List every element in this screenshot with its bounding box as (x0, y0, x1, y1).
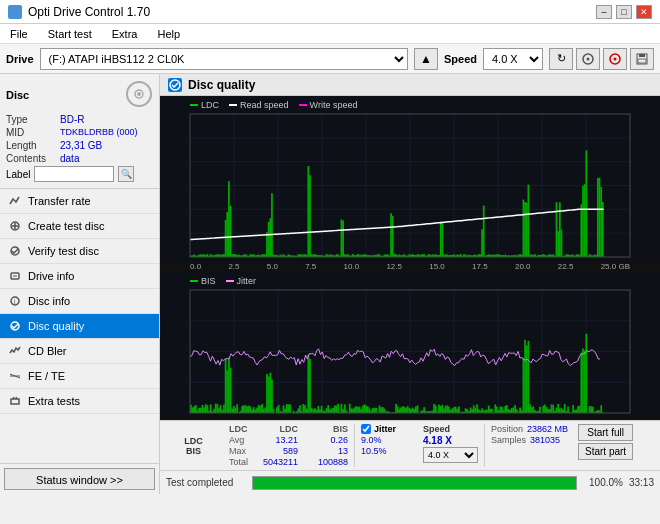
bis-total-val: 100888 (300, 457, 348, 467)
sidebar-item-create-test-disc[interactable]: Create test disc (0, 214, 159, 239)
legend-jitter: Jitter (226, 276, 257, 286)
menu-file[interactable]: File (6, 28, 32, 40)
content-area: Disc quality LDC Read speed (160, 74, 660, 494)
top-chart-legend: LDC Read speed Write speed (190, 100, 357, 110)
sidebar-item-fe-te[interactable]: FE / TE (0, 364, 159, 389)
drive-bar: Drive (F:) ATAPI iHBS112 2 CL0K ▲ Speed … (0, 44, 660, 74)
nav-label-fe-te: FE / TE (28, 370, 65, 382)
sidebar-item-disc-quality[interactable]: Disc quality (0, 314, 159, 339)
svg-rect-21 (11, 399, 19, 404)
disc-info-icon: i (8, 294, 22, 308)
disc-label-label: Label (6, 169, 30, 180)
svg-rect-6 (638, 59, 646, 63)
bis-legend-dot (190, 280, 198, 282)
disc-length-value: 23,31 GB (60, 140, 102, 151)
disc-type-field: Type BD-R (6, 114, 153, 125)
progress-percent: 100.0% (583, 477, 623, 488)
svg-point-1 (587, 57, 590, 60)
bottom-chart-legend: BIS Jitter (190, 276, 256, 286)
drive-label: Drive (6, 53, 34, 65)
menu-bar: File Start test Extra Help (0, 24, 660, 44)
refresh-icon-btn[interactable]: ↻ (549, 48, 573, 70)
charts-area: LDC Read speed Write speed 600 500 (160, 96, 660, 420)
bottom-chart-x-axis: 0.0 2.5 5.0 7.5 10.0 12.5 15.0 17.5 20.0… (160, 417, 660, 420)
menu-extra[interactable]: Extra (108, 28, 142, 40)
legend-read-speed: Read speed (229, 100, 289, 110)
top-chart-x-axis: 0.0 2.5 5.0 7.5 10.0 12.5 15.0 17.5 20.0… (160, 261, 660, 272)
status-section: Status window >> (0, 463, 159, 494)
bis-avg-val: 0.26 (300, 435, 348, 445)
bottom-chart: BIS Jitter 20 15 10 5 0 (160, 272, 660, 417)
menu-start-test[interactable]: Start test (44, 28, 96, 40)
disc-icon-btn[interactable] (576, 48, 600, 70)
legend-write-speed: Write speed (299, 100, 358, 110)
menu-help[interactable]: Help (153, 28, 184, 40)
jitter-max-val: 10.5% (361, 446, 421, 456)
nav-label-disc-info: Disc info (28, 295, 70, 307)
disc-contents-field: Contents data (6, 153, 153, 164)
jitter-col-header: Jitter (374, 424, 396, 434)
speed-select-stats[interactable]: 4.0 X (423, 447, 478, 463)
svg-point-3 (614, 57, 617, 60)
nav-label-extra-tests: Extra tests (28, 395, 80, 407)
sidebar-item-disc-info[interactable]: i Disc info (0, 289, 159, 314)
start-part-button[interactable]: Start part (578, 443, 633, 460)
disc-mid-value: TDKBLDRBB (000) (60, 127, 138, 138)
ldc-max-val: 589 (250, 446, 298, 456)
status-text: Test completed (166, 477, 246, 488)
ldc-col-header2: LDC (250, 424, 298, 434)
maximize-button[interactable]: □ (616, 5, 632, 19)
minimize-button[interactable]: – (596, 5, 612, 19)
close-button[interactable]: ✕ (636, 5, 652, 19)
sidebar-item-verify-test-disc[interactable]: Verify test disc (0, 239, 159, 264)
disc-length-label: Length (6, 140, 56, 151)
disc-panel-title: Disc (6, 89, 29, 101)
start-full-button[interactable]: Start full (578, 424, 633, 441)
main-area: Disc Type BD-R MID TDKBLDRBB (000) Leng (0, 74, 660, 494)
disc-mid-label: MID (6, 127, 56, 138)
disc-type-value: BD-R (60, 114, 84, 125)
toolbar-icons: ↻ (549, 48, 654, 70)
sidebar-item-transfer-rate[interactable]: Transfer rate (0, 189, 159, 214)
cd-bler-icon (8, 344, 22, 358)
top-chart-canvas (160, 96, 660, 261)
ldc-header: LDC (184, 436, 203, 446)
progress-bar (252, 476, 577, 490)
verify-test-disc-icon (8, 244, 22, 258)
sidebar: Disc Type BD-R MID TDKBLDRBB (000) Leng (0, 74, 160, 494)
read-speed-legend-dot (229, 104, 237, 106)
speed-selector[interactable]: 4.0 X (483, 48, 543, 70)
jitter-legend-label: Jitter (237, 276, 257, 286)
drive-selector[interactable]: (F:) ATAPI iHBS112 2 CL0K (40, 48, 408, 70)
nav-label-verify-test-disc: Verify test disc (28, 245, 99, 257)
avg-row-label: Avg (229, 435, 248, 445)
save-icon-btn[interactable] (630, 48, 654, 70)
disc-type-label: Type (6, 114, 56, 125)
jitter-legend-dot (226, 280, 234, 282)
nav-label-drive-info: Drive info (28, 270, 74, 282)
ldc-legend-label: LDC (201, 100, 219, 110)
disc-label-input[interactable] (34, 166, 114, 182)
eject-button[interactable]: ▲ (414, 48, 438, 70)
sidebar-item-cd-bler[interactable]: CD Bler (0, 339, 159, 364)
sidebar-item-extra-tests[interactable]: Extra tests (0, 389, 159, 414)
transfer-rate-icon (8, 194, 22, 208)
jitter-checkbox[interactable] (361, 424, 371, 434)
disc2-icon-btn[interactable] (603, 48, 627, 70)
disc-label-search-btn[interactable]: 🔍 (118, 166, 134, 182)
fe-te-icon (8, 369, 22, 383)
status-window-button[interactable]: Status window >> (4, 468, 155, 490)
total-row-label: Total (229, 457, 248, 467)
samples-val: 381035 (530, 435, 560, 445)
nav-label-transfer-rate: Transfer rate (28, 195, 91, 207)
position-label: Position (491, 424, 523, 434)
svg-text:i: i (14, 298, 16, 305)
create-test-disc-icon (8, 219, 22, 233)
legend-bis: BIS (190, 276, 216, 286)
speed-label: Speed (444, 53, 477, 65)
content-title: Disc quality (188, 78, 255, 92)
app-icon (8, 5, 22, 19)
disc-contents-label: Contents (6, 153, 56, 164)
read-speed-legend-label: Read speed (240, 100, 289, 110)
sidebar-item-drive-info[interactable]: Drive info (0, 264, 159, 289)
